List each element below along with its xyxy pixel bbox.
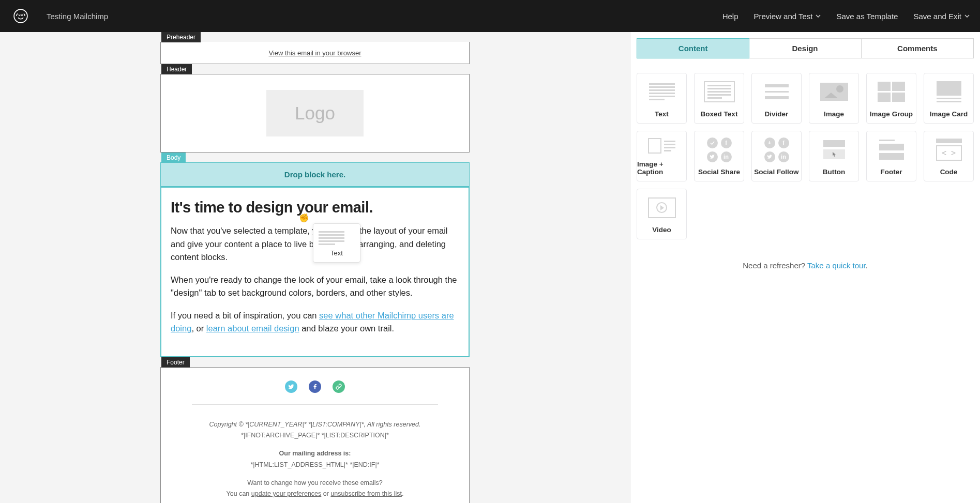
panel-tabs: Content Design Comments <box>637 38 974 58</box>
body-text-block[interactable]: It's time to design your email. Now that… <box>160 187 470 357</box>
save-exit-menu[interactable]: Save and Exit <box>913 12 970 21</box>
block-label: Image + Caption <box>637 160 686 176</box>
tab-content[interactable]: Content <box>637 38 749 58</box>
block-label: Image Group <box>870 110 913 118</box>
footer-youcan: You can <box>227 490 251 497</box>
content-blocks-grid: Text Boxed Text Divider Image Image Grou… <box>637 73 974 239</box>
code-icon: < > <box>924 131 973 168</box>
image-group-icon <box>867 73 916 110</box>
block-image-card[interactable]: Image Card <box>924 73 974 124</box>
refresher-prefix: Need a refresher? <box>743 261 807 270</box>
social-follow-icon: +fin <box>752 131 801 168</box>
block-boxed-text[interactable]: Boxed Text <box>694 73 744 124</box>
footer-change: Want to change how you receive these ema… <box>247 479 383 486</box>
unsubscribe-link[interactable]: unsubscribe from this list <box>330 490 402 497</box>
header-block[interactable]: Logo <box>160 74 470 153</box>
update-preferences-link[interactable]: update your preferences <box>251 490 322 497</box>
block-video[interactable]: Video <box>637 189 687 239</box>
block-label: Code <box>940 168 958 176</box>
preheader-block[interactable]: View this email in your browser <box>160 42 470 64</box>
block-image[interactable]: Image <box>809 73 859 124</box>
social-share-icon: fin <box>695 131 744 168</box>
block-label: Footer <box>881 168 902 176</box>
block-image-caption[interactable]: Image + Caption <box>637 131 687 181</box>
text-icon <box>637 73 686 110</box>
campaign-name[interactable]: Testing Mailchimp <box>47 12 108 21</box>
drag-ghost-text-block: Text <box>313 223 360 263</box>
block-label: Boxed Text <box>701 110 738 118</box>
footer-block[interactable]: Copyright © *|CURRENT_YEAR|* *|LIST:COMP… <box>160 367 470 503</box>
footer-block-icon <box>867 131 916 168</box>
footer-or: or <box>321 490 330 497</box>
topbar-actions: Help Preview and Test Save as Template S… <box>722 12 970 21</box>
logo-placeholder[interactable]: Logo <box>266 90 364 136</box>
block-social-follow[interactable]: +fin Social Follow <box>751 131 802 181</box>
grab-cursor-icon: ✊ <box>299 213 309 223</box>
facebook-icon[interactable] <box>309 380 321 393</box>
block-button[interactable]: Button <box>809 131 859 181</box>
footer-copyright: Copyright © *|CURRENT_YEAR|* *|LIST:COMP… <box>209 421 421 428</box>
footer-section-tag: Footer <box>161 357 190 368</box>
button-icon <box>809 131 858 168</box>
tab-comments[interactable]: Comments <box>862 39 973 58</box>
block-divider[interactable]: Divider <box>751 73 802 124</box>
top-bar: Testing Mailchimp Help Preview and Test … <box>0 0 980 32</box>
footer-addr: *|HTML:LIST_ADDRESS_HTML|* *|END:IF|* <box>250 461 379 468</box>
drag-ghost-label: Text <box>319 249 355 257</box>
p3-text-c: and blaze your own trail. <box>299 324 394 333</box>
footer-divider <box>192 404 438 405</box>
chevron-down-icon <box>816 14 821 18</box>
block-label: Text <box>655 110 669 118</box>
block-label: Social Share <box>698 168 740 176</box>
drop-zone[interactable]: Drop block here. <box>160 162 470 187</box>
image-card-icon <box>924 73 973 110</box>
body-heading: It's time to design your email. <box>171 199 459 216</box>
video-icon <box>637 189 686 226</box>
footer-text: Copyright © *|CURRENT_YEAR|* *|LIST:COMP… <box>192 419 438 503</box>
block-label: Video <box>652 226 671 234</box>
body-paragraph-3: If you need a bit of inspiration, you ca… <box>171 309 459 336</box>
divider-icon <box>752 73 801 110</box>
email-canvas-area[interactable]: Preheader View this email in your browse… <box>0 32 630 503</box>
boxed-text-icon <box>695 73 744 110</box>
block-label: Button <box>823 168 845 176</box>
refresher-text: Need a refresher? Take a quick tour. <box>637 261 974 270</box>
block-text[interactable]: Text <box>637 73 687 124</box>
view-in-browser-link[interactable]: View this email in your browser <box>269 49 361 57</box>
svg-point-0 <box>14 9 27 23</box>
preview-test-menu[interactable]: Preview and Test <box>754 12 821 21</box>
block-label: Divider <box>765 110 789 118</box>
block-label: Image Card <box>930 110 968 118</box>
save-exit-label: Save and Exit <box>913 12 961 21</box>
social-row <box>192 380 438 393</box>
chevron-down-icon <box>964 14 970 18</box>
inspiration-link-2[interactable]: learn about email design <box>206 324 299 333</box>
image-caption-icon <box>637 131 686 160</box>
block-image-group[interactable]: Image Group <box>866 73 916 124</box>
body-paragraph-2: When you're ready to change the look of … <box>171 273 459 300</box>
block-code[interactable]: < > Code <box>924 131 974 181</box>
header-section-tag: Header <box>161 64 192 74</box>
quick-tour-link[interactable]: Take a quick tour <box>807 261 866 270</box>
footer-archive: *|IFNOT:ARCHIVE_PAGE|* *|LIST:DESCRIPTIO… <box>241 432 389 439</box>
text-lines-icon <box>319 231 355 245</box>
block-social-share[interactable]: fin Social Share <box>694 131 744 181</box>
p3-text-b: , or <box>191 324 206 333</box>
save-template-button[interactable]: Save as Template <box>836 12 898 21</box>
p3-text-a: If you need a bit of inspiration, you ca… <box>171 311 319 320</box>
preheader-section-tag: Preheader <box>161 32 201 42</box>
image-icon <box>809 73 858 110</box>
body-section-tag: Body <box>161 153 186 163</box>
tab-design[interactable]: Design <box>749 39 861 58</box>
twitter-icon[interactable] <box>285 380 297 393</box>
link-icon[interactable] <box>333 380 345 393</box>
help-link[interactable]: Help <box>722 12 738 21</box>
footer-addr-label: Our mailing address is: <box>279 450 351 457</box>
block-label: Image <box>824 110 844 118</box>
preview-label: Preview and Test <box>754 12 813 21</box>
block-label: Social Follow <box>754 168 798 176</box>
email-canvas: Preheader View this email in your browse… <box>160 32 470 503</box>
block-footer[interactable]: Footer <box>866 131 916 181</box>
mailchimp-logo-icon[interactable] <box>10 6 31 26</box>
right-panel: Content Design Comments Text Boxed Text … <box>630 32 980 503</box>
